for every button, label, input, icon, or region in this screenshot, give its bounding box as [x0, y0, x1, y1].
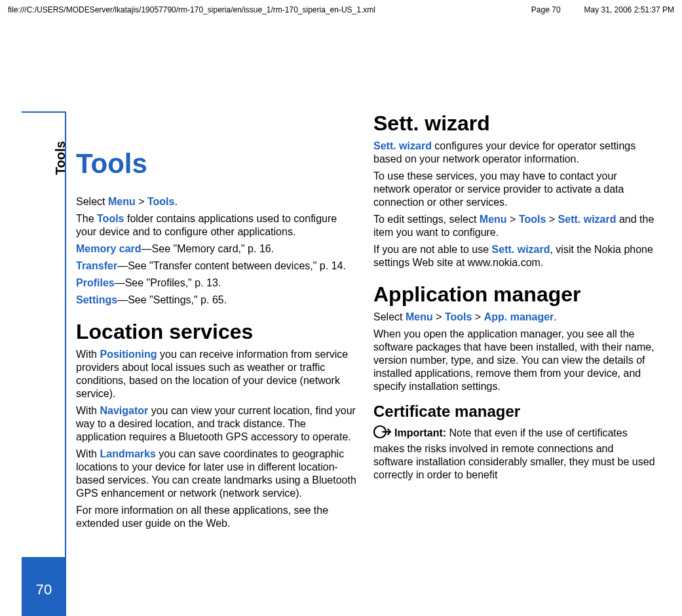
cm-important: Important: Note that even if the use of …	[373, 425, 655, 482]
profiles-ref: Profiles—See "Profiles," p. 13.	[76, 277, 358, 290]
transfer-ref: Transfer—See "Transfer content between d…	[76, 260, 358, 273]
column-2: Sett. wizard Sett. wizard configures you…	[373, 111, 655, 534]
location-moreinfo: For more information on all these applic…	[76, 504, 358, 530]
sidebar-page-number-box: 70	[22, 557, 66, 616]
header-datetime: May 31, 2006 2:51:37 PM	[584, 5, 674, 14]
intro-select: Select Menu > Tools.	[76, 195, 358, 208]
text: Select	[76, 196, 108, 207]
sett-wizard-link: Sett. wizard	[492, 244, 550, 255]
important-label: Important:	[394, 427, 449, 438]
menu-link: Menu	[406, 311, 433, 322]
text: Select	[373, 311, 406, 322]
sw-desc: Sett. wizard configures your device for …	[373, 140, 655, 166]
text: With	[76, 448, 100, 459]
text: —See "Memory card," p. 16.	[142, 243, 275, 254]
menu-link: Menu	[480, 214, 507, 225]
menu-link: Menu	[108, 196, 136, 207]
sidebar: Tools 70	[22, 111, 66, 583]
tools-link: Tools	[519, 214, 546, 225]
text: With	[76, 405, 100, 416]
landmarks-link: Landmarks	[100, 448, 155, 459]
text: —See "Transfer content between devices,"…	[117, 260, 346, 271]
column-1: Tools Select Menu > Tools. The Tools fol…	[76, 111, 358, 534]
sidebar-page-number: 70	[36, 581, 52, 598]
am-select: Select Menu > Tools > App. manager.	[373, 311, 655, 324]
text: The	[76, 213, 97, 224]
text: .	[174, 196, 177, 207]
header-page: Page 70	[531, 5, 561, 14]
memory-card-link: Memory card	[76, 243, 142, 254]
text: If you are not able to use	[373, 244, 492, 255]
separator: >	[546, 214, 558, 225]
chapter-title: Tools	[76, 148, 358, 180]
heading-sett-wizard: Sett. wizard	[373, 111, 655, 136]
sidebar-tab-label: Tools	[53, 141, 68, 175]
tools-link: Tools	[147, 196, 174, 207]
location-navigator: With Navigator you can view your current…	[76, 404, 358, 444]
sett-wizard-link: Sett. wizard	[558, 214, 616, 225]
heading-app-manager: Application manager	[373, 282, 655, 307]
profiles-link: Profiles	[76, 277, 115, 288]
tools-link: Tools	[445, 311, 472, 322]
sett-wizard-link: Sett. wizard	[373, 140, 432, 151]
text: With	[76, 349, 100, 360]
important-icon	[373, 425, 392, 442]
separator: >	[433, 311, 445, 322]
intro-desc: The Tools folder contains applications u…	[76, 212, 358, 239]
settings-link: Settings	[76, 294, 117, 305]
navigator-link: Navigator	[100, 405, 148, 416]
location-positioning: With Positioning you can receive informa…	[76, 348, 358, 400]
separator: >	[507, 214, 519, 225]
heading-cert-manager: Certificate manager	[373, 402, 655, 421]
sw-contact: To use these services, you may have to c…	[373, 170, 655, 209]
memory-card-ref: Memory card—See "Memory card," p. 16.	[76, 242, 358, 256]
text: —See "Profiles," p. 13.	[115, 277, 221, 288]
sw-unable: If you are not able to use Sett. wizard,…	[373, 243, 655, 269]
text: .	[554, 311, 556, 322]
location-landmarks: With Landmarks you can save coordinates …	[76, 448, 358, 500]
sw-edit: To edit settings, select Menu > Tools > …	[373, 213, 655, 239]
heading-location-services: Location services	[76, 320, 358, 344]
text: To edit settings, select	[373, 214, 480, 225]
settings-ref: Settings—See "Settings," p. 65.	[76, 294, 358, 307]
separator: >	[472, 311, 483, 322]
transfer-link: Transfer	[76, 260, 117, 271]
header-path: file:///C:/USERS/MODEServer/lkatajis/190…	[8, 5, 375, 14]
text: —See "Settings," p. 65.	[117, 294, 227, 305]
header-bar: file:///C:/USERS/MODEServer/lkatajis/190…	[8, 5, 674, 14]
am-desc: When you open the application manager, y…	[373, 328, 655, 393]
positioning-link: Positioning	[100, 349, 157, 360]
app-manager-link: App. manager	[484, 311, 554, 322]
tools-link: Tools	[97, 213, 124, 224]
separator: >	[136, 196, 147, 207]
